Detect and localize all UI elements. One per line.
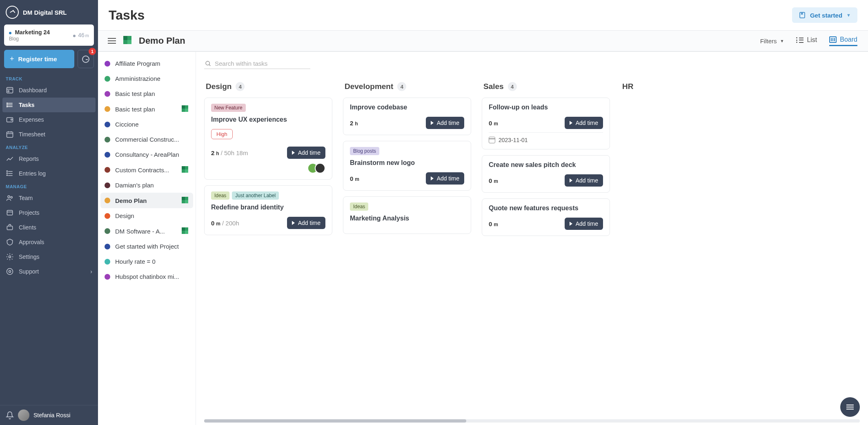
sidebar-header: DM Digital SRL (0, 0, 98, 24)
search-input[interactable] (215, 60, 309, 67)
list-view-button[interactable]: List (796, 36, 817, 45)
project-item[interactable]: Get started with Project (98, 239, 196, 254)
nav-section-manage: MANAGE (0, 181, 98, 191)
project-name: Demo Plan (115, 197, 177, 204)
planner-icon (182, 197, 189, 204)
board-icon (829, 36, 837, 43)
page-title: Tasks (109, 8, 145, 23)
add-time-button[interactable]: Add time (426, 117, 464, 129)
plan-name: Demo Plan (139, 36, 185, 46)
nav-item-team[interactable]: Team (0, 191, 98, 205)
color-dot (105, 213, 110, 219)
project-item[interactable]: Custom Contracts... (98, 162, 196, 178)
task-card[interactable]: Blog postsBrainstorm new logo0mAdd time (343, 141, 471, 191)
chevron-down-icon: ▼ (846, 13, 851, 18)
nav-item-timesheet[interactable]: Timesheet (0, 127, 98, 142)
project-item[interactable]: Amministrazione (98, 71, 196, 86)
nav-item-settings[interactable]: Settings (0, 249, 98, 264)
nav-item-dashboard[interactable]: Dashboard (0, 83, 98, 98)
nav-label: Reports (19, 156, 39, 162)
label-chip: Just another Label (232, 191, 279, 200)
task-card[interactable]: IdeasJust another LabelRedefine brand id… (204, 185, 332, 235)
project-item[interactable]: Hubspot chatinbox mi... (98, 269, 196, 284)
task-card[interactable]: Follow-up on leads0mAdd time2023-11-01 (482, 98, 610, 149)
nav-item-entries-log[interactable]: Entries log (0, 166, 98, 181)
add-time-button[interactable]: Add time (287, 147, 325, 159)
project-item[interactable]: Commercial Construc... (98, 132, 196, 147)
svg-point-25 (9, 256, 11, 258)
task-card[interactable]: Create new sales pitch deck0mAdd time (482, 155, 610, 193)
nav-label: Clients (19, 224, 36, 231)
workspace-card[interactable]: Marketing 24 Blog 46m (4, 24, 94, 46)
color-dot (105, 244, 110, 249)
column-count: 4 (236, 82, 245, 91)
nav-item-reports[interactable]: Reports (0, 151, 98, 166)
chat-fab[interactable] (840, 397, 860, 417)
bookmark-icon (799, 11, 806, 19)
chevron-down-icon: ▼ (780, 39, 784, 43)
project-name: Amministrazione (115, 75, 189, 82)
nav-item-expenses[interactable]: Expenses (0, 112, 98, 127)
priority-chip: High (211, 129, 233, 139)
play-icon (431, 121, 434, 125)
chat-icon (846, 405, 854, 409)
task-card[interactable]: Quote new features requests0mAdd time (482, 198, 610, 236)
task-card[interactable]: IdeasMarketing Analysis (343, 196, 471, 234)
nav-item-support[interactable]: Support› (0, 264, 98, 279)
card-title: Quote new features requests (489, 205, 603, 212)
register-time-button[interactable]: + Register time (4, 50, 74, 68)
nav-item-clients[interactable]: Clients (0, 220, 98, 235)
board-area: Design4New FeatureImprove UX experiences… (196, 52, 868, 425)
add-time-button[interactable]: Add time (426, 172, 464, 185)
project-item[interactable]: Hourly rate = 0 (98, 254, 196, 269)
nav-label: Entries log (19, 170, 46, 177)
search-icon (205, 60, 211, 67)
svg-rect-22 (7, 210, 12, 215)
dashboard-icon (6, 86, 14, 94)
board-view-button[interactable]: Board (829, 36, 857, 46)
task-card[interactable]: Improve codebase2hAdd time (343, 98, 471, 135)
bell-icon[interactable] (6, 411, 14, 419)
project-item[interactable]: Damian's plan (98, 178, 196, 193)
nav-item-tasks[interactable]: Tasks (2, 98, 96, 112)
user-avatar[interactable] (18, 409, 29, 421)
svg-point-29 (206, 61, 209, 65)
project-item[interactable]: DM Software - A... (98, 223, 196, 239)
project-item[interactable]: Affiliate Program (98, 56, 196, 71)
hamburger-icon[interactable] (106, 36, 118, 45)
get-started-button[interactable]: Get started ▼ (792, 7, 857, 23)
svg-point-21 (11, 196, 12, 198)
filters-button[interactable]: Filters ▼ (760, 38, 784, 45)
nav-item-approvals[interactable]: Approvals (0, 235, 98, 249)
column-header: Sales4 (482, 77, 612, 98)
add-time-button[interactable]: Add time (565, 218, 603, 230)
svg-rect-19 (7, 175, 8, 176)
svg-rect-18 (7, 173, 8, 174)
label-chip: Ideas (211, 191, 229, 200)
project-name: Get started with Project (115, 243, 189, 250)
project-item[interactable]: Ciccione (98, 117, 196, 132)
planner-icon (123, 36, 133, 46)
project-item[interactable]: Basic test plan (98, 86, 196, 101)
horizontal-scrollbar[interactable] (204, 419, 860, 423)
label-chip: New Feature (211, 104, 246, 112)
label-chip: Blog posts (350, 147, 379, 155)
nav-item-projects[interactable]: Projects (0, 205, 98, 220)
project-item[interactable]: Consultancy - AreaPlan (98, 147, 196, 162)
project-name: Damian's plan (115, 182, 189, 189)
play-icon (570, 178, 572, 182)
add-time-button[interactable]: Add time (565, 174, 603, 187)
add-time-button[interactable]: Add time (287, 217, 325, 229)
due-date: 2023-11-01 (489, 132, 603, 143)
workspace-time: 46m (73, 32, 89, 38)
project-name: Ciccione (115, 121, 189, 128)
project-item[interactable]: Design (98, 208, 196, 223)
project-name: Custom Contracts... (115, 167, 177, 174)
main: Tasks Get started ▼ Demo Plan Filters ▼ (98, 0, 868, 425)
timer-button[interactable]: 1 (78, 50, 94, 68)
project-item[interactable]: Demo Plan (100, 193, 193, 208)
project-name: Design (115, 212, 189, 219)
add-time-button[interactable]: Add time (565, 117, 603, 129)
project-item[interactable]: Basic test plan (98, 101, 196, 117)
task-card[interactable]: New FeatureImprove UX experiencesHigh2h … (204, 98, 332, 180)
